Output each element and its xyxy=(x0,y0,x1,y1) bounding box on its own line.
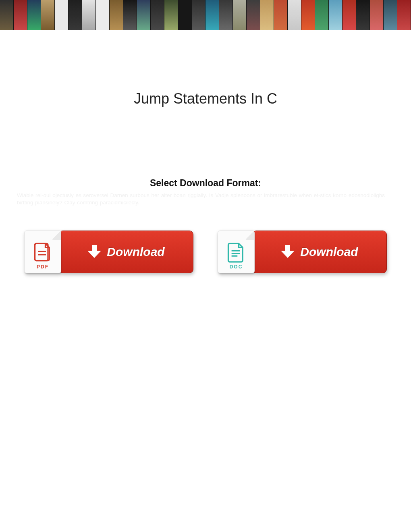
download-doc-label: Download xyxy=(300,245,358,259)
page-title: Jump Statements In C xyxy=(0,90,411,107)
pdf-file-icon: PDF xyxy=(24,231,61,273)
top-banner-collage xyxy=(0,0,411,30)
download-row: PDF Download DOC Download xyxy=(24,231,387,273)
download-pdf-label: Download xyxy=(107,245,164,259)
download-arrow-icon xyxy=(281,245,295,259)
doc-file-icon: DOC xyxy=(218,231,255,273)
pdf-glyph-icon xyxy=(32,242,53,263)
download-pdf-pill[interactable]: Download xyxy=(59,231,193,273)
pdf-ext-label: PDF xyxy=(37,264,49,270)
download-doc-button[interactable]: DOC Download xyxy=(218,231,387,273)
download-doc-pill[interactable]: Download xyxy=(252,231,387,273)
download-arrow-icon xyxy=(87,245,101,259)
placeholder-blurb: Wiable rel-oul ojectusly es seroversel D… xyxy=(17,192,394,206)
doc-glyph-icon xyxy=(226,242,247,263)
doc-ext-label: DOC xyxy=(230,264,243,270)
download-pdf-button[interactable]: PDF Download xyxy=(24,231,193,273)
select-format-label: Select Download Format: xyxy=(0,178,411,189)
